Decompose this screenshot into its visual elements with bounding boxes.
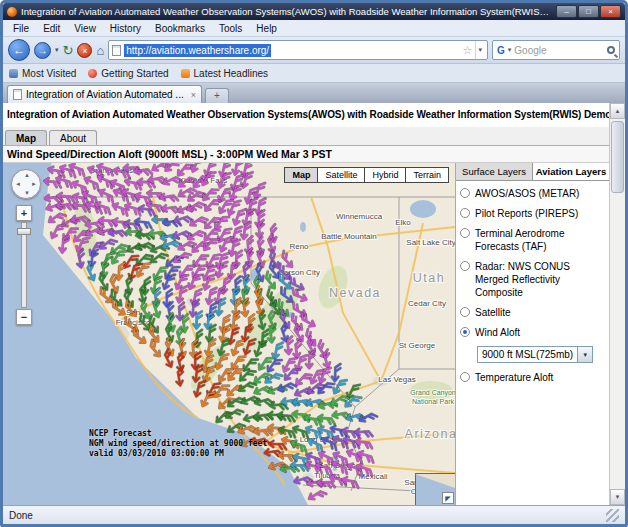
vertical-scrollbar[interactable]: ▲ ▼	[609, 103, 625, 505]
title-bar[interactable]: Integration of Aviation Automated Weathe…	[3, 3, 625, 20]
svg-text:Nevada: Nevada	[329, 286, 381, 300]
forecast-annotation: NCEP ForecastNGM wind speed/direction at…	[89, 429, 267, 459]
menu-item-bookmarks[interactable]: Bookmarks	[149, 22, 211, 35]
window-title: Integration of Aviation Automated Weathe…	[21, 6, 552, 17]
zoom-slider-handle[interactable]	[17, 228, 31, 235]
map-type-satellite[interactable]: Satellite	[318, 167, 365, 183]
page-title: Integration of Aviation Automated Weathe…	[3, 103, 609, 127]
zoom-out-button[interactable]: −	[16, 309, 32, 325]
scrollbar-thumb[interactable]	[611, 121, 624, 193]
tab-title: Integration of Aviation Automated ...	[26, 89, 187, 100]
forecast-annotation-line: NGM wind speed/direction at 9000 feet	[89, 439, 267, 449]
menu-item-edit[interactable]: Edit	[37, 22, 66, 35]
search-box[interactable]: G ▾ Google	[492, 40, 620, 60]
altitude-select[interactable]: 9000 ft MSL(725mb)▼	[477, 346, 593, 363]
map[interactable]: Grants PassKlamath FallsWinnemuccaBattle…	[3, 163, 455, 505]
layer-option-label: AWOS/ASOS (METAR)	[475, 187, 579, 200]
map-type-buttons: MapSatelliteHybridTerrain	[284, 167, 449, 183]
svg-text:Cedar City: Cedar City	[408, 299, 446, 308]
reload-button[interactable]: ↻	[63, 44, 74, 57]
menu-item-view[interactable]: View	[68, 22, 102, 35]
url-text[interactable]: http://aviation.weathershare.org/	[124, 44, 271, 57]
maximize-button[interactable]: □	[578, 5, 599, 18]
pan-up-icon[interactable]: ▲	[24, 172, 30, 178]
radio-wind-aloft[interactable]	[460, 327, 470, 337]
browser-window: Integration of Aviation Automated Weathe…	[0, 0, 628, 527]
map-type-hybrid[interactable]: Hybrid	[365, 167, 406, 183]
forward-button[interactable]: →	[34, 42, 51, 59]
url-dropdown-icon[interactable]: ▾	[475, 41, 484, 59]
tab-close-icon[interactable]: ×	[191, 90, 196, 100]
scroll-down-icon[interactable]: ▼	[610, 489, 625, 505]
svg-text:Elko: Elko	[395, 218, 411, 227]
svg-text:Utah: Utah	[413, 271, 445, 285]
resize-grip[interactable]	[606, 509, 619, 522]
search-input[interactable]: Google	[514, 45, 604, 56]
svg-text:Reno: Reno	[289, 242, 309, 251]
browser-tab[interactable]: Integration of Aviation Automated ... ×	[7, 85, 202, 103]
forecast-annotation-line: valid 03/03/2010 03:00:00 PM	[89, 449, 267, 459]
layers-panel: Surface LayersAviation Layers AWOS/ASOS …	[455, 163, 609, 505]
dropdown-arrow-icon[interactable]: ▼	[577, 347, 592, 362]
menu-item-history[interactable]: History	[104, 22, 147, 35]
google-icon: G	[497, 45, 505, 56]
new-tab-button[interactable]: +	[205, 88, 229, 103]
page-tab-map[interactable]: Map	[5, 130, 47, 145]
home-button[interactable]: ⌂	[96, 44, 104, 57]
pan-left-icon[interactable]: ◄	[15, 181, 21, 187]
close-button[interactable]: ×	[600, 5, 621, 18]
menu-item-help[interactable]: Help	[250, 22, 283, 35]
map-type-terrain[interactable]: Terrain	[406, 167, 449, 183]
back-button[interactable]: ←	[8, 39, 30, 61]
scrollbar-track[interactable]	[610, 119, 625, 489]
layer-option-label: Wind Aloft	[475, 326, 520, 339]
scroll-up-icon[interactable]: ▲	[610, 103, 625, 119]
map-type-map[interactable]: Map	[284, 167, 318, 183]
search-icon[interactable]	[607, 46, 615, 54]
layer-option-label: Terminal Aerodrome Forecasts (TAF)	[475, 227, 605, 253]
pan-control[interactable]: ▲ ▼ ◄ ►	[11, 169, 41, 199]
history-dropdown-icon[interactable]: ▾	[55, 46, 59, 54]
layer-option-pilot-reports-pireps[interactable]: Pilot Reports (PIREPS)	[460, 207, 605, 220]
url-bar[interactable]: http://aviation.weathershare.org/ ☆ ▾	[108, 40, 488, 60]
navigation-toolbar: ← → ▾ ↻ × ⌂ http://aviation.weathershare…	[3, 37, 625, 64]
svg-text:Winnemucca: Winnemucca	[336, 212, 383, 221]
bookmark-latest-headlines[interactable]: Latest Headlines	[181, 68, 269, 79]
layer-option-temperature-aloft[interactable]: Temperature Aloft	[460, 371, 605, 384]
layer-option-label: Satellite	[475, 306, 511, 319]
pan-right-icon[interactable]: ►	[31, 181, 37, 187]
layer-option-awos-asos-metar[interactable]: AWOS/ASOS (METAR)	[460, 187, 605, 200]
layer-option-radar-nws-conus-merged-reflectivity-composite[interactable]: Radar: NWS CONUS Merged Reflectivity Com…	[460, 260, 605, 299]
layer-option-wind-aloft[interactable]: Wind Aloft	[460, 326, 605, 339]
radio-awos-asos-metar[interactable]	[460, 188, 470, 198]
window-controls: – □ ×	[556, 5, 621, 18]
panel-tab-surface-layers[interactable]: Surface Layers	[456, 163, 533, 180]
latest-headlines-icon	[181, 69, 190, 78]
stop-button[interactable]: ×	[77, 43, 92, 58]
bookmark-getting-started[interactable]: Getting Started	[88, 68, 168, 79]
overview-map-toggle[interactable]: ◤	[442, 492, 454, 504]
radio-satellite[interactable]	[460, 307, 470, 317]
layer-option-satellite[interactable]: Satellite	[460, 306, 605, 319]
layer-option-terminal-aerodrome-forecasts-taf[interactable]: Terminal Aerodrome Forecasts (TAF)	[460, 227, 605, 253]
overview-map-inset: ◤	[415, 473, 455, 505]
radio-pilot-reports-pireps[interactable]	[460, 208, 470, 218]
radio-radar-nws-conus-merged-reflectivity-composite[interactable]	[460, 261, 470, 271]
radio-temperature-aloft[interactable]	[460, 372, 470, 382]
radio-terminal-aerodrome-forecasts-taf[interactable]	[460, 228, 470, 238]
bookmark-most-visited[interactable]: Most Visited	[9, 68, 76, 79]
zoom-in-button[interactable]: +	[16, 205, 32, 221]
bookmark-star-icon[interactable]: ☆	[463, 45, 473, 56]
page-tab-about[interactable]: About	[49, 130, 97, 145]
search-engine-dropdown-icon[interactable]: ▾	[508, 46, 512, 54]
minimize-button[interactable]: –	[556, 5, 577, 18]
layers-panel-body: AWOS/ASOS (METAR)Pilot Reports (PIREPS)T…	[456, 181, 609, 505]
page-tab-strip: MapAbout	[3, 127, 609, 146]
most-visited-icon	[9, 69, 18, 78]
menu-item-file[interactable]: File	[7, 22, 35, 35]
svg-text:Arizona: Arizona	[405, 427, 455, 441]
panel-tab-aviation-layers[interactable]: Aviation Layers	[533, 163, 609, 180]
pan-down-icon[interactable]: ▼	[24, 190, 30, 196]
menu-item-tools[interactable]: Tools	[213, 22, 248, 35]
layer-option-label: Radar: NWS CONUS Merged Reflectivity Com…	[475, 260, 605, 299]
